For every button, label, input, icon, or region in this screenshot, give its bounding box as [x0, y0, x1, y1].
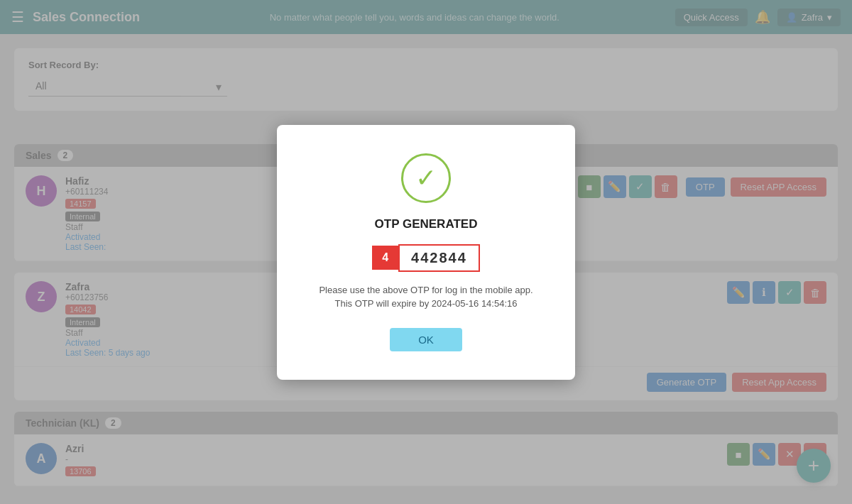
modal-overlay: ✓ OTP GENERATED 4 442844 Please use the …: [0, 0, 852, 504]
otp-prefix: 4: [372, 246, 398, 270]
otp-display: 4 442844: [312, 244, 540, 272]
modal-title: OTP GENERATED: [312, 217, 540, 231]
otp-modal: ✓ OTP GENERATED 4 442844 Please use the …: [277, 125, 575, 380]
success-circle: ✓: [401, 153, 451, 203]
ok-button[interactable]: OK: [390, 328, 462, 351]
otp-code: 442844: [398, 244, 480, 272]
modal-description: Please use the above OTP for log in the …: [312, 283, 540, 311]
check-icon: ✓: [415, 165, 437, 191]
